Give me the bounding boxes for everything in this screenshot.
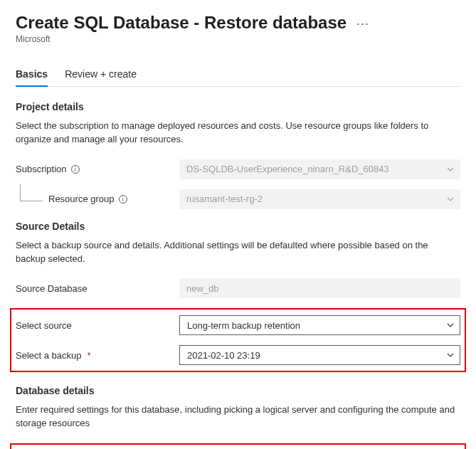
required-asterisk: * [88, 350, 91, 361]
tab-bar: Basics Review + create [16, 64, 460, 87]
select-source-dropdown[interactable]: Long-term backup retention [179, 315, 460, 335]
more-actions-icon[interactable]: ··· [356, 16, 369, 31]
resource-group-label: Resource group [48, 194, 115, 204]
database-details-description: Enter required settings for this databas… [16, 403, 460, 430]
project-details-heading: Project details [16, 101, 460, 112]
source-highlight-box: Select source Long-term backup retention… [10, 308, 466, 372]
subscription-select[interactable]: DS-SQLDB-UserExperience_ninarn_R&D_60843 [179, 159, 460, 179]
source-details-heading: Source Details [16, 221, 460, 232]
info-icon[interactable]: i [119, 195, 127, 204]
tab-review-create[interactable]: Review + create [65, 64, 137, 86]
page-provider: Microsoft [16, 34, 460, 44]
source-database-field: new_db [179, 278, 460, 298]
info-icon[interactable]: i [71, 165, 80, 174]
select-source-label: Select source [16, 320, 72, 331]
select-backup-label: Select a backup [16, 350, 82, 361]
tree-connector [20, 184, 43, 201]
source-database-label: Source Database [16, 283, 87, 294]
page-title: Create SQL Database - Restore database [16, 13, 347, 33]
subscription-label: Subscription [16, 164, 67, 174]
database-details-heading: Database details [16, 385, 460, 396]
source-details-description: Select a backup source and details. Addi… [16, 239, 460, 266]
project-details-description: Select the subscription to manage deploy… [16, 120, 460, 147]
select-backup-dropdown[interactable]: 2021-02-10 23:19 [179, 345, 460, 365]
resource-group-select[interactable]: rusamant-test-rg-2 [179, 189, 460, 209]
tab-basics[interactable]: Basics [16, 64, 48, 87]
dbname-highlight-box: Database name * [10, 443, 466, 449]
